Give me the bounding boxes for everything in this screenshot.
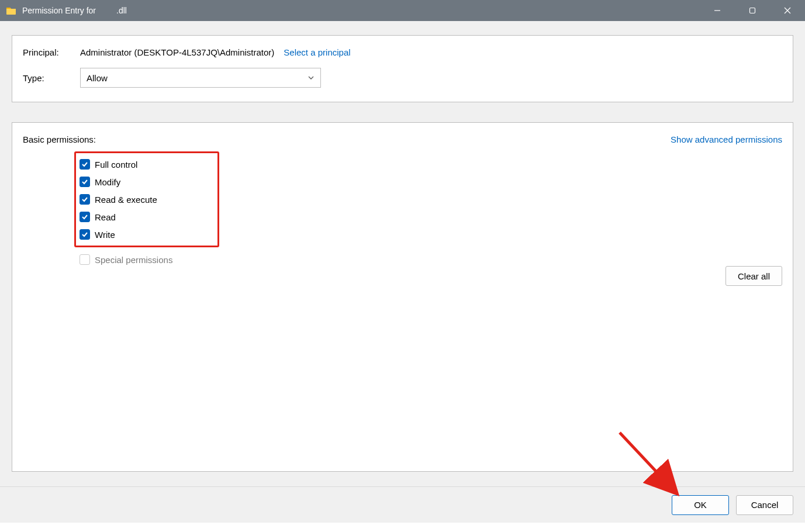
window-title-prefix: Permission Entry for	[22, 6, 96, 15]
cancel-button[interactable]: Cancel	[736, 495, 793, 515]
perm-label: Read & execute	[95, 195, 157, 205]
dialog-body: Principal: Administrator (DESKTOP-4L537J…	[0, 21, 805, 486]
permissions-highlight-box: Full control Modify Read & execute Read	[74, 151, 219, 247]
checkbox-write[interactable]	[80, 229, 90, 240]
folder-icon	[6, 6, 16, 15]
type-label: Type:	[23, 73, 80, 83]
perm-modify: Modify	[80, 173, 214, 191]
checkbox-modify[interactable]	[80, 177, 90, 187]
ok-button[interactable]: OK	[672, 495, 729, 515]
perm-write: Write	[80, 226, 214, 243]
perm-label: Modify	[95, 177, 120, 187]
dialog-footer: OK Cancel	[0, 486, 805, 523]
window-title-suffix: .dll	[116, 6, 127, 15]
show-advanced-link[interactable]: Show advanced permissions	[671, 134, 782, 144]
basic-permissions-label: Basic permissions:	[23, 134, 96, 144]
perm-label: Write	[95, 230, 115, 240]
permissions-panel: Basic permissions: Show advanced permiss…	[12, 122, 793, 472]
permissions-header-row: Basic permissions: Show advanced permiss…	[23, 134, 782, 144]
minimize-button[interactable]	[700, 0, 735, 21]
perm-special-label: Special permissions	[95, 255, 172, 265]
select-principal-link[interactable]: Select a principal	[284, 47, 350, 57]
checkbox-special	[80, 254, 90, 265]
window-controls	[700, 0, 805, 21]
perm-special: Special permissions	[80, 251, 782, 268]
perm-full-control: Full control	[80, 156, 214, 173]
type-value: Allow	[87, 73, 108, 83]
maximize-button[interactable]	[735, 0, 770, 21]
svg-rect-1	[750, 8, 755, 13]
perm-label: Full control	[95, 160, 137, 170]
chevron-down-icon	[308, 73, 315, 83]
checkbox-read-execute[interactable]	[80, 194, 90, 205]
principal-value: Administrator (DESKTOP-4L537JQ\Administr…	[80, 47, 274, 57]
type-select[interactable]: Allow	[80, 68, 321, 88]
close-button[interactable]	[770, 0, 805, 21]
principal-label: Principal:	[23, 47, 80, 57]
titlebar: Permission Entry for .dll	[0, 0, 805, 21]
window-title: Permission Entry for .dll	[22, 6, 127, 15]
clear-all-button[interactable]: Clear all	[725, 266, 782, 286]
perm-read: Read	[80, 208, 214, 226]
checkbox-full-control[interactable]	[80, 159, 90, 170]
checkbox-read[interactable]	[80, 212, 90, 222]
principal-row: Principal: Administrator (DESKTOP-4L537J…	[23, 47, 782, 57]
principal-panel: Principal: Administrator (DESKTOP-4L537J…	[12, 35, 793, 102]
perm-label: Read	[95, 212, 116, 222]
perm-read-execute: Read & execute	[80, 191, 214, 208]
type-row: Type: Allow	[23, 68, 782, 88]
